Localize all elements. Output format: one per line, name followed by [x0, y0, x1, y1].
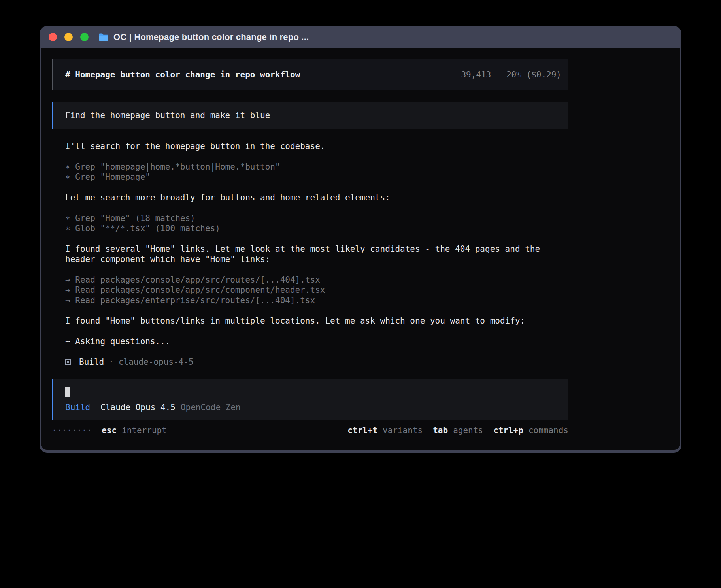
- status-bar: ········ esc interrupt ctrl+t variants t…: [52, 425, 568, 435]
- agent-separator: ·: [109, 357, 114, 367]
- status-bar-right: ctrl+t variants tab agents ctrl+p comman…: [347, 425, 568, 435]
- key-ctrl-t-label: variants: [383, 425, 423, 435]
- key-ctrl-p-label: commands: [528, 425, 568, 435]
- keybind-variants: ctrl+t variants: [347, 425, 423, 435]
- agent-icon: [65, 359, 71, 365]
- key-tab-label: agents: [453, 425, 483, 435]
- context-usage: 20% ($0.29): [506, 70, 561, 79]
- status-bar-left: ········ esc interrupt: [52, 425, 167, 435]
- status-asking-questions: ~ Asking questions...: [65, 336, 568, 347]
- agent-model-id: claude-opus-4-5: [119, 357, 194, 367]
- minimize-button[interactable]: [64, 33, 73, 41]
- assistant-text: I found "Home" buttons/links in multiple…: [65, 316, 568, 326]
- text-cursor: [65, 387, 70, 397]
- agent-status-row: Build · claude-opus-4-5: [65, 357, 568, 367]
- session-header: # Homepage button color change in repo w…: [52, 59, 568, 90]
- tool-call-grep: ∗ Grep "homepage|home.*button|Home.*butt…: [65, 162, 568, 172]
- user-message: Find the homepage button and make it blu…: [52, 102, 568, 129]
- tool-call-read: → Read packages/console/app/src/routes/[…: [65, 275, 568, 285]
- model-provider: OpenCode Zen: [181, 402, 241, 413]
- prompt-input[interactable]: Build Claude Opus 4.5 OpenCode Zen: [52, 379, 568, 420]
- keybind-interrupt: esc interrupt: [102, 425, 167, 435]
- model-name: Claude Opus 4.5: [100, 402, 176, 413]
- assistant-text: I found several "Home" links. Let me loo…: [65, 244, 568, 264]
- tool-call-read: → Read packages/console/app/src/componen…: [65, 285, 568, 295]
- agent-name: Build: [79, 357, 104, 367]
- key-tab: tab: [433, 425, 448, 435]
- user-message-text: Find the homepage button and make it blu…: [65, 111, 270, 120]
- window-title: OC | Homepage button color change in rep…: [113, 32, 309, 42]
- key-ctrl-p: ctrl+p: [493, 425, 523, 435]
- terminal-content: # Homepage button color change in repo w…: [41, 48, 680, 450]
- assistant-text: Let me search more broadly for buttons a…: [65, 192, 568, 203]
- titlebar[interactable]: OC | Homepage button color change in rep…: [41, 26, 680, 48]
- tool-call-read: → Read packages/enterprise/src/routes/[.…: [65, 295, 568, 305]
- folder-icon: [98, 33, 109, 41]
- assistant-transcript: I'll search for the homepage button in t…: [52, 141, 568, 367]
- close-button[interactable]: [49, 33, 57, 41]
- token-count: 39,413: [461, 70, 491, 79]
- assistant-text: I'll search for the homepage button in t…: [65, 141, 568, 151]
- spinner-dots: ········: [52, 425, 92, 435]
- tool-call-grep: ∗ Grep "Homepage": [65, 172, 568, 182]
- window-controls: [49, 33, 89, 41]
- session-title: # Homepage button color change in repo w…: [65, 70, 300, 80]
- zoom-button[interactable]: [80, 33, 89, 41]
- tool-call-glob: ∗ Glob "**/*.tsx" (100 matches): [65, 223, 568, 234]
- session-stats: 39,413 20% ($0.29): [461, 70, 561, 80]
- terminal-window: OC | Homepage button color change in rep…: [40, 26, 681, 453]
- keybind-commands: ctrl+p commands: [493, 425, 568, 435]
- mode-indicator: Build: [65, 402, 90, 413]
- key-esc-label: interrupt: [122, 425, 167, 435]
- key-ctrl-t: ctrl+t: [347, 425, 377, 435]
- input-meta: Build Claude Opus 4.5 OpenCode Zen: [65, 402, 557, 413]
- key-esc: esc: [102, 425, 117, 435]
- tool-call-grep: ∗ Grep "Home" (18 matches): [65, 213, 568, 223]
- keybind-agents: tab agents: [433, 425, 483, 435]
